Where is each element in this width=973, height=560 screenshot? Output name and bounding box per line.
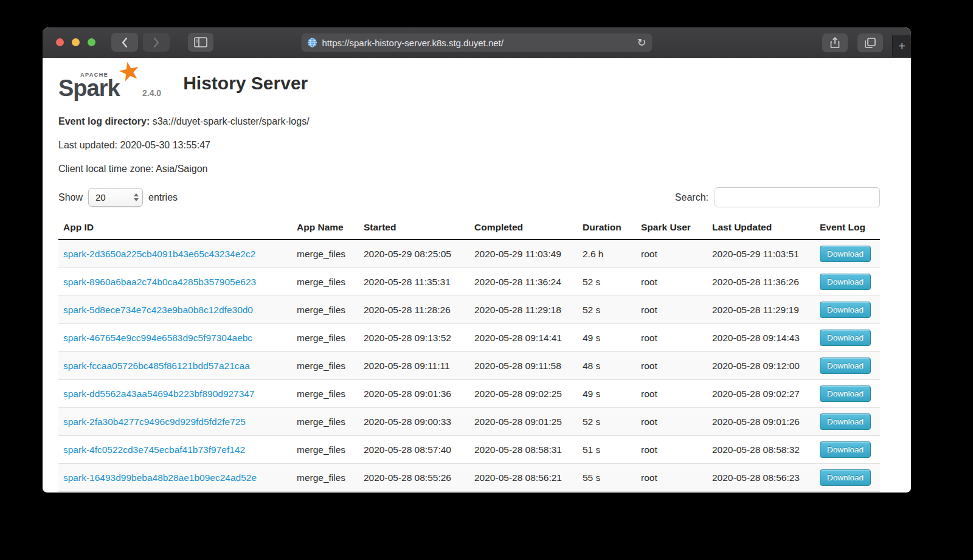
cell-started: 2020-05-28 09:11:11 bbox=[359, 352, 469, 380]
table-header-row: App IDApp NameStartedCompletedDurationSp… bbox=[58, 216, 880, 240]
chevron-left-icon bbox=[121, 37, 128, 48]
column-header-event-log[interactable]: Event Log bbox=[815, 216, 880, 240]
cell-app-name: merge_files bbox=[292, 268, 359, 296]
share-icon bbox=[830, 37, 840, 49]
app-id-link[interactable]: spark-2fa30b4277c9496c9d929fd5fd2fe725 bbox=[63, 417, 246, 427]
cell-event-log: Download bbox=[815, 240, 880, 268]
download-button[interactable]: Download bbox=[820, 385, 871, 402]
cell-event-log: Download bbox=[815, 492, 880, 493]
tab-overview-button[interactable] bbox=[857, 33, 883, 52]
cell-last-updated: 2020-05-28 08:55:30 bbox=[707, 492, 815, 493]
spark-star-icon: ★ bbox=[116, 58, 144, 86]
toolbar-right bbox=[822, 33, 883, 52]
download-button[interactable]: Download bbox=[820, 358, 871, 374]
cell-started: 2020-05-29 08:25:05 bbox=[359, 240, 469, 268]
cell-started: 2020-05-28 09:13:52 bbox=[359, 324, 469, 352]
table-row: spark-8960a6baa2c74b0ca4285b357905e623me… bbox=[58, 268, 880, 296]
column-header-started[interactable]: Started bbox=[359, 216, 469, 240]
cell-app-id: spark-87301b89320f4a3fb671a904c4fad799 bbox=[58, 492, 292, 493]
cell-spark-user: root bbox=[636, 296, 707, 324]
cell-spark-user: root bbox=[636, 240, 707, 268]
app-id-link[interactable]: spark-467654e9cc994e6583d9c5f97304aebc bbox=[63, 333, 252, 343]
cell-started: 2020-05-28 09:00:33 bbox=[359, 408, 469, 436]
cell-started: 2020-05-28 08:54:10 bbox=[359, 492, 469, 493]
cell-app-id: spark-5d8ece734e7c423e9ba0b8c12dfe30d0 bbox=[58, 296, 292, 324]
cell-started: 2020-05-28 09:01:36 bbox=[359, 380, 469, 408]
sidebar-toggle-button[interactable] bbox=[188, 33, 213, 52]
cell-completed: 2020-05-28 09:11:58 bbox=[469, 352, 578, 380]
reload-button[interactable]: ↻ bbox=[637, 37, 646, 48]
cell-event-log: Download bbox=[815, 436, 880, 464]
app-id-link[interactable]: spark-2d3650a225cb4091b43e65c43234e2c2 bbox=[63, 249, 255, 259]
url-text[interactable]: https://spark-history-server.k8s.stg.duy… bbox=[322, 38, 632, 48]
table-row: spark-dd5562a43aa54694b223bf890d927347me… bbox=[58, 380, 880, 408]
cell-spark-user: root bbox=[636, 436, 707, 464]
nav-buttons bbox=[111, 33, 213, 52]
download-button[interactable]: Download bbox=[820, 413, 871, 430]
minimize-window-button[interactable] bbox=[72, 38, 80, 46]
forward-button[interactable] bbox=[143, 33, 170, 52]
cell-completed: 2020-05-28 08:55:28 bbox=[469, 492, 578, 493]
column-header-app-name[interactable]: App Name bbox=[292, 216, 359, 240]
logo-spark-text: Spark bbox=[58, 75, 120, 102]
cell-event-log: Download bbox=[815, 324, 880, 352]
event-log-directory-value: s3a://duyet-spark-cluster/spark-logs/ bbox=[150, 116, 309, 126]
page-length-control: Show 20 entries bbox=[58, 188, 178, 207]
close-window-button[interactable] bbox=[56, 38, 64, 46]
table-body: spark-2d3650a225cb4091b43e65c43234e2c2me… bbox=[58, 240, 880, 492]
page-length-value: 20 bbox=[95, 192, 106, 202]
column-header-completed[interactable]: Completed bbox=[469, 216, 578, 240]
cell-spark-user: root bbox=[636, 408, 707, 436]
cell-last-updated: 2020-05-28 08:58:32 bbox=[707, 436, 815, 464]
download-button[interactable]: Download bbox=[820, 246, 871, 262]
app-id-link[interactable]: spark-dd5562a43aa54694b223bf890d927347 bbox=[63, 389, 255, 399]
search-label: Search: bbox=[675, 192, 708, 203]
app-id-link[interactable]: spark-5d8ece734e7c423e9ba0b8c12dfe30d0 bbox=[63, 305, 253, 315]
zoom-window-button[interactable] bbox=[88, 38, 95, 46]
cell-spark-user: root bbox=[636, 268, 707, 296]
cell-event-log: Download bbox=[815, 408, 880, 436]
spark-logo: APACHE Spark ★ bbox=[58, 67, 136, 102]
column-header-last-updated[interactable]: Last Updated bbox=[707, 216, 815, 240]
download-button[interactable]: Download bbox=[820, 302, 871, 318]
cell-app-name: merge_files bbox=[292, 464, 359, 492]
table-row: spark-4fc0522cd3e745ecbaf41b73f97ef142me… bbox=[58, 436, 880, 464]
app-id-link[interactable]: spark-4fc0522cd3e745ecbaf41b73f97ef142 bbox=[63, 444, 245, 455]
cell-app-id: spark-16493d99beba48b28ae1b09ec24ad52e bbox=[58, 464, 292, 492]
new-tab-button[interactable]: + bbox=[892, 35, 911, 57]
page-length-select[interactable]: 20 bbox=[88, 188, 143, 207]
cell-spark-user: root bbox=[636, 324, 707, 352]
app-id-link[interactable]: spark-fccaa05726bc485f86121bdd57a21caa bbox=[63, 361, 250, 371]
cell-duration: 52 s bbox=[578, 408, 636, 436]
cell-completed: 2020-05-28 09:14:41 bbox=[469, 324, 578, 352]
column-header-duration[interactable]: Duration bbox=[578, 216, 636, 240]
address-bar[interactable]: https://spark-history-server.k8s.stg.duy… bbox=[302, 33, 653, 52]
search-control: Search: bbox=[675, 187, 880, 207]
cell-spark-user: root bbox=[636, 464, 707, 492]
cell-event-log: Download bbox=[815, 352, 880, 380]
download-button[interactable]: Download bbox=[820, 469, 871, 486]
search-input[interactable] bbox=[715, 187, 880, 207]
show-label: Show bbox=[58, 192, 83, 203]
share-button[interactable] bbox=[822, 33, 848, 52]
event-log-directory-line: Event log directory: s3a://duyet-spark-c… bbox=[58, 116, 880, 127]
back-button[interactable] bbox=[111, 33, 138, 52]
table-row: spark-2fa30b4277c9496c9d929fd5fd2fe725me… bbox=[58, 408, 880, 436]
cell-started: 2020-05-28 08:55:26 bbox=[359, 464, 469, 492]
column-header-app-id[interactable]: App ID bbox=[58, 216, 292, 240]
cell-event-log: Download bbox=[815, 296, 880, 324]
globe-favicon-icon bbox=[308, 38, 317, 47]
download-button[interactable]: Download bbox=[820, 274, 871, 290]
app-id-link[interactable]: spark-16493d99beba48b28ae1b09ec24ad52e bbox=[63, 472, 257, 483]
event-log-directory-label: Event log directory: bbox=[58, 116, 150, 126]
download-button[interactable]: Download bbox=[820, 330, 871, 346]
app-id-link[interactable]: spark-8960a6baa2c74b0ca4285b357905e623 bbox=[63, 277, 256, 287]
cell-app-name: merge_files bbox=[292, 240, 359, 268]
download-button[interactable]: Download bbox=[820, 441, 871, 458]
cell-completed: 2020-05-28 11:36:24 bbox=[469, 268, 578, 296]
cell-duration: 48 s bbox=[578, 352, 636, 380]
cell-app-id: spark-467654e9cc994e6583d9c5f97304aebc bbox=[58, 324, 292, 352]
timezone-line: Client local time zone: Asia/Saigon bbox=[58, 164, 880, 175]
column-header-spark-user[interactable]: Spark User bbox=[636, 216, 707, 240]
cell-last-updated: 2020-05-29 11:03:51 bbox=[707, 240, 815, 268]
